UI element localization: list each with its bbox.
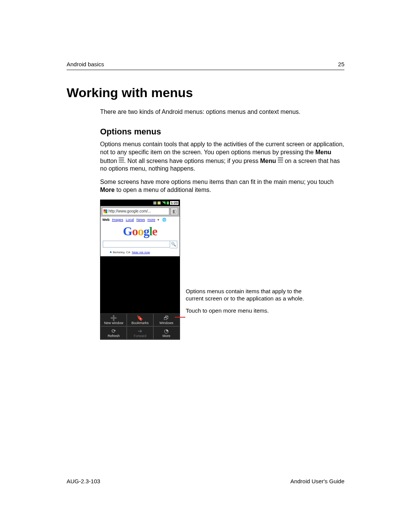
address-bar: http://www.google.com/... ◧: [100, 206, 180, 217]
more-icon: ◔: [154, 328, 179, 334]
doc-id: AUG-2.3-103: [67, 478, 100, 484]
doc-title: Android User's Guide: [290, 478, 344, 484]
status-icon: [158, 201, 161, 204]
section-name: Android basics: [67, 61, 104, 67]
dropdown-icon: ▼: [157, 218, 160, 222]
menu-bold: Menu: [260, 158, 276, 164]
options-menu: ➕ New window 🔖 Bookmarks 🗗 Windows ⟳ Ref…: [100, 313, 180, 339]
page-number: 25: [338, 61, 344, 67]
page-title: Working with menus: [67, 85, 344, 100]
section-heading: Options menus: [100, 127, 344, 137]
status-icon: [153, 201, 156, 204]
menu-bold: Menu: [315, 149, 331, 155]
google-nav: Web Images Local News more▼ 🌐: [100, 217, 180, 223]
phone-viewport: [100, 256, 180, 313]
plus-icon: ➕: [101, 315, 126, 321]
near-me-link: Near me now: [132, 251, 150, 254]
body-paragraph-1: Options menus contain tools that apply t…: [100, 141, 344, 173]
option-new-window: ➕ New window: [100, 313, 127, 326]
windows-icon: 🗗: [154, 315, 179, 321]
phone-screenshot: 1:23 http://www.google.com/... ◧ Web Ima…: [100, 200, 180, 340]
refresh-icon: ⟳: [101, 328, 126, 334]
option-bookmarks: 🔖 Bookmarks: [127, 313, 153, 326]
url-field: http://www.google.com/...: [102, 208, 169, 215]
google-search-bar: 🔍: [103, 241, 177, 248]
search-icon: 🔍: [170, 241, 177, 248]
running-header: Android basics 25: [67, 61, 344, 70]
battery-icon: [167, 201, 169, 204]
bookmark-icon: 🔖: [127, 315, 153, 321]
nav-more: more: [147, 218, 155, 222]
callout-text-1: Options menus contain items that apply t…: [186, 288, 307, 302]
favicon-icon: [104, 209, 107, 213]
option-windows: 🗗 Windows: [153, 313, 180, 326]
status-bar: 1:23: [100, 200, 180, 206]
callout-line: [175, 317, 185, 318]
menu-icon: [278, 157, 283, 163]
figure-callouts: Options menus contain items that apply t…: [186, 288, 307, 315]
body-paragraph-2: Some screens have more options menu item…: [100, 178, 344, 194]
nav-images: Images: [112, 218, 123, 222]
nav-web: Web: [102, 218, 110, 222]
bookmark-icon: ◧: [170, 208, 178, 215]
clock: 1:23: [170, 201, 178, 205]
option-refresh: ⟳ Refresh: [100, 326, 127, 339]
option-more: ◔ More: [153, 326, 180, 339]
more-bold: More: [100, 187, 115, 193]
intro-paragraph: There are two kinds of Android menus: op…: [100, 109, 344, 115]
figure: 1:23 http://www.google.com/... ◧ Web Ima…: [100, 200, 344, 340]
callout-text-2: Touch to open more menu items.: [186, 307, 307, 315]
nav-local: Local: [126, 218, 134, 222]
menu-icon: [119, 157, 124, 163]
running-footer: AUG-2.3-103 Android User's Guide: [67, 478, 344, 484]
signal-icon: [162, 201, 166, 204]
url-text: http://www.google.com/...: [108, 209, 151, 213]
document-page: Android basics 25 Working with menus The…: [0, 0, 411, 532]
nav-news: News: [136, 218, 145, 222]
google-logo: Google: [100, 223, 180, 241]
forward-icon: ➔: [127, 328, 153, 334]
search-field: [103, 241, 170, 248]
location-line: ● Berkeley, CA Near me now: [100, 250, 180, 256]
option-forward: ➔ Forward: [127, 326, 153, 339]
